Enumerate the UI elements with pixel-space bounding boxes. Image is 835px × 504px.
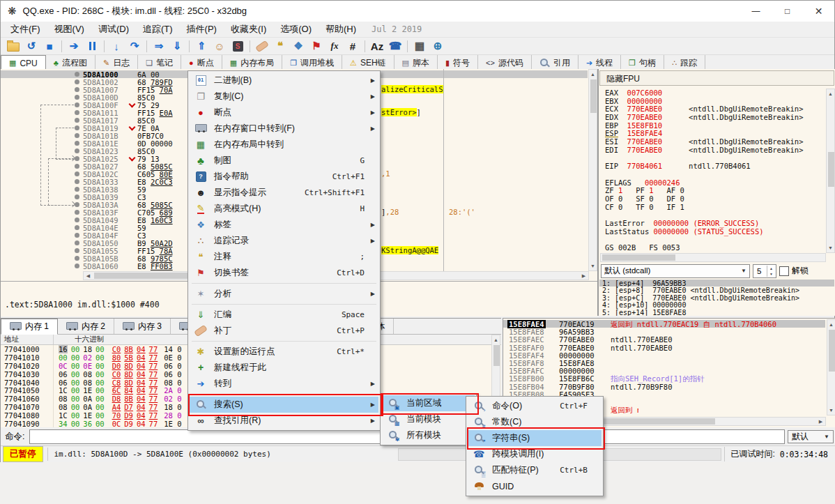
breakpoint-dot[interactable] — [75, 210, 79, 215]
step-into-button[interactable]: ↓ — [107, 38, 125, 54]
breakpoint-dot[interactable] — [75, 72, 79, 77]
register-line[interactable] — [599, 154, 825, 162]
globe-button[interactable]: ⊕ — [429, 38, 447, 54]
menubar-item[interactable]: 追踪(T) — [136, 22, 180, 37]
registers-vscrollbar[interactable]: ▲ ▼ — [826, 89, 835, 253]
menu-item-跨模块调用(I)[interactable]: ☎跨模块调用(I) — [468, 446, 602, 462]
breakpoint-dot[interactable] — [75, 164, 79, 169]
menu-item-常数(C)[interactable]: #常数(C) — [468, 414, 602, 430]
menu-item-在内存布局中转到[interactable]: ▦在内存布局中转到 — [190, 137, 378, 153]
register-line[interactable]: ZF 1 PF 1 AF 0 — [599, 186, 825, 194]
breakpoint-dot[interactable] — [75, 171, 79, 176]
breakpoint-dot[interactable] — [75, 110, 79, 115]
scroll-left-icon[interactable]: ◀ — [84, 271, 93, 280]
breakpoint-dot[interactable] — [75, 125, 79, 130]
breakpoint-dot[interactable] — [75, 156, 79, 161]
menu-item-匹配特征(P)[interactable]: ▒匹配特征(P)Ctrl+B — [468, 462, 602, 478]
register-line[interactable]: EIP 770B4061 ntdll.770B4061 — [599, 162, 825, 170]
menubar-item[interactable]: 视图(V) — [47, 22, 91, 37]
menu-item-查找引用(R)[interactable]: ∞查找引用(R)▶ — [190, 413, 378, 429]
dump-tab-内存 3[interactable]: 内存 3 — [114, 319, 171, 334]
step-over-button[interactable]: ↷ — [125, 38, 144, 54]
scroll-up-icon[interactable]: ▲ — [491, 335, 500, 344]
breakpoint-dot[interactable] — [75, 202, 79, 207]
register-line[interactable]: EAX 007C6000 — [599, 89, 825, 97]
register-line[interactable]: CF 0 TF 0 IF 1 — [599, 203, 825, 211]
register-line[interactable] — [599, 235, 825, 243]
menu-item-当前模块[interactable]: ▦当前模块▶ — [382, 411, 475, 427]
breakpoint-dot[interactable] — [75, 233, 79, 238]
scroll-up-icon[interactable]: ▲ — [827, 320, 835, 329]
menu-item-转到[interactable]: ➔转到▶ — [190, 376, 378, 392]
breakpoint-dot[interactable] — [75, 240, 79, 245]
menu-item-汇编[interactable]: ⇓汇编Space — [190, 307, 378, 323]
stack-row[interactable]: 15E8FAFC00000000 — [503, 367, 825, 374]
registers-hscrollbar[interactable] — [600, 253, 826, 262]
tab-调用堆栈[interactable]: ❐调用堆栈 — [282, 55, 342, 70]
case-button[interactable]: Az — [368, 38, 386, 54]
menu-item-GUID[interactable]: GUID — [468, 478, 602, 494]
stop-button[interactable]: ■ — [40, 38, 59, 54]
breakpoint-dot[interactable] — [75, 187, 79, 192]
cross-module-button[interactable]: ☎ — [386, 38, 404, 54]
breakpoint-dot[interactable] — [75, 225, 79, 230]
register-line[interactable] — [599, 170, 825, 178]
minimize-button[interactable]: — — [740, 1, 772, 22]
register-line[interactable]: OF 0 SF 0 DF 0 — [599, 194, 825, 203]
menu-item-指令帮助[interactable]: ?指令帮助Ctrl+F1 — [190, 169, 378, 185]
breakpoint-dot[interactable] — [75, 256, 79, 261]
register-line[interactable]: LastError 00000000 (ERROR_SUCCESS) — [599, 219, 825, 227]
stack-argument-row[interactable]: 3: [esp+C] 770EABE0 <ntdll.DbgUiRemoteBr… — [599, 294, 834, 301]
seh-tile-button[interactable]: S — [229, 38, 247, 54]
breakpoint-dot[interactable] — [75, 118, 79, 123]
stack-argument-row[interactable]: 1: [esp+4] 96A59BB3 — [599, 280, 834, 287]
menu-item-标签[interactable]: ❖标签▶ — [190, 217, 378, 233]
bookmarks-button[interactable]: ⚑ — [307, 38, 325, 54]
register-line[interactable]: ECX 770EABE0 <ntdll.DbgUiRemoteBreakin> — [599, 105, 825, 113]
menubar-item[interactable]: 收藏夹(I) — [224, 22, 273, 37]
tab-日志[interactable]: ✎日志 — [95, 55, 138, 70]
breakpoint-dot[interactable] — [75, 179, 79, 184]
scroll-down-icon[interactable]: ▼ — [826, 243, 835, 252]
hide-fpu-button[interactable]: 隐藏FPU — [599, 70, 834, 86]
tab-源代码[interactable]: <>源代码 — [478, 55, 532, 70]
tab-句柄[interactable]: ❒句柄 — [621, 55, 664, 70]
registers-panel[interactable]: 隐藏FPU EAX 007C6000EBX 00000000ECX 770EAB… — [598, 69, 835, 316]
tab-跟踪[interactable]: ∴跟踪 — [664, 55, 705, 70]
tab-SEH链[interactable]: ⚠SEH链 — [342, 55, 394, 70]
tab-脚本[interactable]: ▤脚本 — [394, 55, 438, 70]
stack-row[interactable]: 15E8FAEC770EABE0ntdll.770EABE0 — [503, 335, 825, 343]
register-line[interactable]: ESI 770EABE0 <ntdll.DbgUiRemoteBreakin> — [599, 137, 825, 146]
patch-button[interactable] — [253, 38, 271, 54]
stack-row[interactable]: 15E8FAE4770EAC19返回到 ntdll.770EAC19 自 ntd… — [503, 320, 825, 328]
register-line[interactable]: ESP 15E8FAE4 — [599, 129, 825, 137]
menu-item-显示指令提示[interactable]: ☻显示指令提示Ctrl+Shift+F1 — [190, 185, 378, 201]
calculator-button[interactable]: ▦ — [411, 38, 429, 54]
tab-流程图[interactable]: ♣流程图 — [46, 55, 95, 70]
menu-item-所有模块[interactable]: ✱所有模块▶ — [382, 427, 475, 443]
menubar-item[interactable]: 调试(D) — [91, 22, 136, 37]
stack-row[interactable]: 15E8FB04770B9F80ntdll.770B9F80 — [503, 383, 825, 390]
stack-row[interactable]: 15E8FAF0770EABE0ntdll.770EABE0 — [503, 344, 825, 351]
menu-item-新建线程于此[interactable]: +新建线程于此 — [190, 360, 378, 376]
scroll-right-icon[interactable]: ▶ — [816, 417, 825, 426]
pause-button[interactable] — [83, 38, 101, 54]
menu-item-二进制(B)[interactable]: 01二进制(B)▶ — [190, 72, 378, 89]
breakpoint-dot[interactable] — [75, 95, 79, 100]
breakpoint-dot[interactable] — [75, 217, 79, 222]
register-line[interactable]: EFLAGS 00000246 — [599, 178, 825, 187]
unlock-checkbox[interactable] — [779, 266, 789, 276]
stack-row[interactable]: 15E8FAE896A59BB3 — [503, 328, 825, 335]
tab-引用[interactable]: 引用 — [532, 55, 579, 70]
scroll-down-icon[interactable]: ▼ — [588, 261, 597, 270]
register-line[interactable]: EBP 15E8FB10 — [599, 121, 825, 130]
scroll-right-icon[interactable]: ▶ — [579, 271, 588, 280]
menubar-item[interactable]: 插件(P) — [180, 22, 224, 37]
menu-item-当前区域[interactable]: ▣当前区域▶ — [382, 395, 475, 411]
maximize-button[interactable]: □ — [772, 1, 803, 22]
step-out-button[interactable]: ⇓ — [168, 38, 186, 54]
tab-符号[interactable]: ▮符号 — [438, 55, 478, 70]
tab-断点[interactable]: ●断点 — [181, 55, 222, 70]
menubar-item[interactable]: 文件(F) — [3, 22, 47, 37]
breakpoint-dot[interactable] — [75, 194, 79, 199]
